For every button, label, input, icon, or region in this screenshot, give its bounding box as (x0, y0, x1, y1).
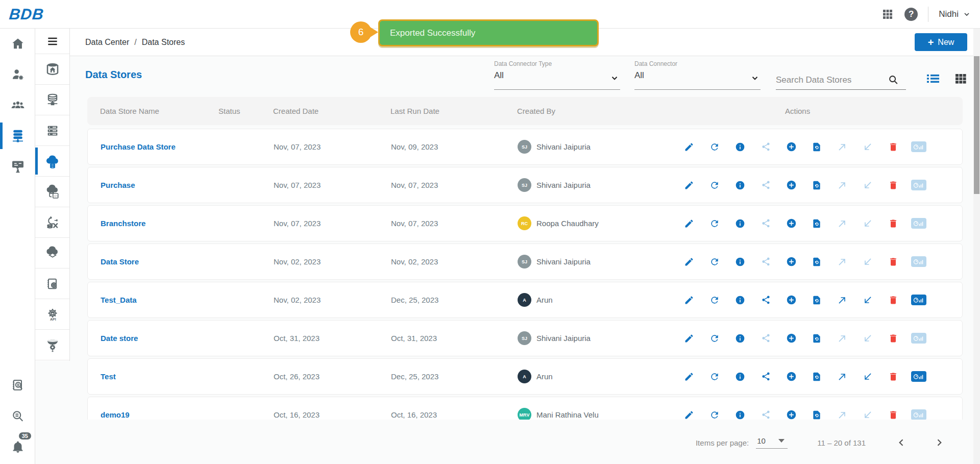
usage-metrics-icon[interactable] (906, 371, 932, 382)
share-icon[interactable] (753, 257, 778, 266)
restore-version-icon[interactable] (804, 218, 829, 229)
breadcrumb-data-stores[interactable]: Data Stores (142, 38, 185, 47)
sidebar-item-database-network[interactable] (35, 85, 69, 115)
delete-icon[interactable] (880, 295, 906, 305)
edit-icon[interactable] (676, 372, 702, 382)
import-arrow-icon[interactable] (855, 295, 880, 305)
list-view-toggle[interactable] (926, 72, 940, 85)
add-icon[interactable] (778, 218, 804, 229)
share-icon[interactable] (753, 333, 778, 343)
usage-metrics-icon[interactable] (906, 256, 932, 267)
edit-icon[interactable] (676, 410, 702, 420)
share-icon[interactable] (753, 410, 778, 420)
sidebar-item-home[interactable] (0, 29, 35, 59)
add-icon[interactable] (778, 256, 804, 267)
search-icon[interactable] (888, 74, 899, 85)
export-arrow-icon[interactable] (829, 372, 855, 382)
data-store-name-link[interactable]: Purchase Data Store (101, 142, 176, 151)
share-icon[interactable] (753, 218, 778, 228)
info-icon[interactable] (727, 180, 753, 190)
usage-metrics-icon[interactable] (906, 141, 932, 152)
next-page-button[interactable] (934, 437, 944, 448)
delete-icon[interactable] (880, 257, 906, 267)
sidebar-item-gear-document[interactable] (35, 268, 69, 299)
usage-metrics-icon[interactable] (906, 295, 932, 305)
import-arrow-icon[interactable] (855, 257, 880, 267)
data-store-name-link[interactable]: Data Store (101, 257, 139, 266)
breadcrumb-data-center[interactable]: Data Center (85, 38, 129, 47)
export-arrow-icon[interactable] (829, 410, 855, 420)
refresh-icon[interactable] (702, 142, 727, 152)
data-connector-type-select[interactable]: Data Connector Type All (494, 60, 620, 90)
info-icon[interactable] (727, 333, 753, 344)
sidebar-item-data-search[interactable] (0, 401, 35, 431)
hamburger-menu-icon[interactable] (35, 29, 69, 54)
refresh-icon[interactable] (702, 333, 727, 344)
info-icon[interactable] (727, 257, 753, 267)
usage-metrics-icon[interactable] (906, 333, 932, 344)
data-store-name-link[interactable]: Purchase (101, 181, 135, 189)
items-per-page-select[interactable]: 10 (756, 436, 788, 449)
search-input[interactable] (776, 75, 878, 85)
refresh-icon[interactable] (702, 180, 727, 190)
help-icon[interactable]: ? (904, 8, 918, 21)
sidebar-item-data-catalog-search[interactable] (0, 370, 35, 401)
restore-version-icon[interactable] (804, 333, 829, 344)
restore-version-icon[interactable] (804, 372, 829, 382)
edit-icon[interactable] (676, 180, 702, 190)
sidebar-item-user-settings[interactable] (0, 59, 35, 90)
sidebar-item-funnel-gear[interactable] (35, 330, 69, 360)
restore-version-icon[interactable] (804, 257, 829, 267)
share-icon[interactable] (753, 180, 778, 190)
import-arrow-icon[interactable] (855, 372, 880, 382)
restore-version-icon[interactable] (804, 295, 829, 305)
info-icon[interactable] (727, 295, 753, 305)
info-icon[interactable] (727, 142, 753, 152)
share-icon[interactable] (753, 142, 778, 152)
info-icon[interactable] (727, 410, 753, 420)
sidebar-item-api-services[interactable]: API (35, 299, 69, 330)
add-icon[interactable] (778, 141, 804, 152)
delete-icon[interactable] (880, 180, 906, 190)
share-icon[interactable] (753, 295, 778, 305)
sidebar-item-data-center[interactable] (0, 120, 35, 151)
refresh-icon[interactable] (702, 257, 727, 267)
sidebar-item-survey-feedback[interactable] (0, 151, 35, 182)
export-arrow-icon[interactable] (829, 180, 855, 190)
sidebar-item-server-rack[interactable] (35, 115, 69, 146)
export-arrow-icon[interactable] (829, 295, 855, 305)
user-menu[interactable]: Nidhi (939, 9, 971, 19)
add-icon[interactable] (778, 409, 804, 420)
delete-icon[interactable] (880, 333, 906, 344)
data-store-name-link[interactable]: Test (101, 372, 116, 381)
import-arrow-icon[interactable] (855, 218, 880, 229)
edit-icon[interactable] (676, 333, 702, 344)
share-icon[interactable] (753, 372, 778, 381)
sidebar-item-database-home[interactable] (35, 54, 69, 85)
edit-icon[interactable] (676, 295, 702, 305)
refresh-icon[interactable] (702, 410, 727, 420)
grid-view-toggle[interactable] (954, 72, 968, 85)
data-connector-select[interactable]: Data Connector All (634, 60, 761, 90)
refresh-icon[interactable] (702, 218, 727, 229)
edit-icon[interactable] (676, 142, 702, 152)
sidebar-item-cloud-layers[interactable] (35, 238, 69, 268)
restore-version-icon[interactable] (804, 180, 829, 190)
refresh-icon[interactable] (702, 295, 727, 305)
add-icon[interactable] (778, 371, 804, 382)
data-store-name-link[interactable]: Date store (101, 334, 138, 343)
import-arrow-icon[interactable] (855, 410, 880, 420)
add-icon[interactable] (778, 333, 804, 344)
restore-version-icon[interactable] (804, 410, 829, 420)
delete-icon[interactable] (880, 218, 906, 229)
edit-icon[interactable] (676, 218, 702, 229)
delete-icon[interactable] (880, 372, 906, 382)
import-arrow-icon[interactable] (855, 142, 880, 152)
refresh-icon[interactable] (702, 372, 727, 382)
info-icon[interactable] (727, 218, 753, 229)
export-arrow-icon[interactable] (829, 333, 855, 344)
export-arrow-icon[interactable] (829, 257, 855, 267)
info-icon[interactable] (727, 372, 753, 382)
restore-version-icon[interactable] (804, 142, 829, 152)
delete-icon[interactable] (880, 410, 906, 420)
